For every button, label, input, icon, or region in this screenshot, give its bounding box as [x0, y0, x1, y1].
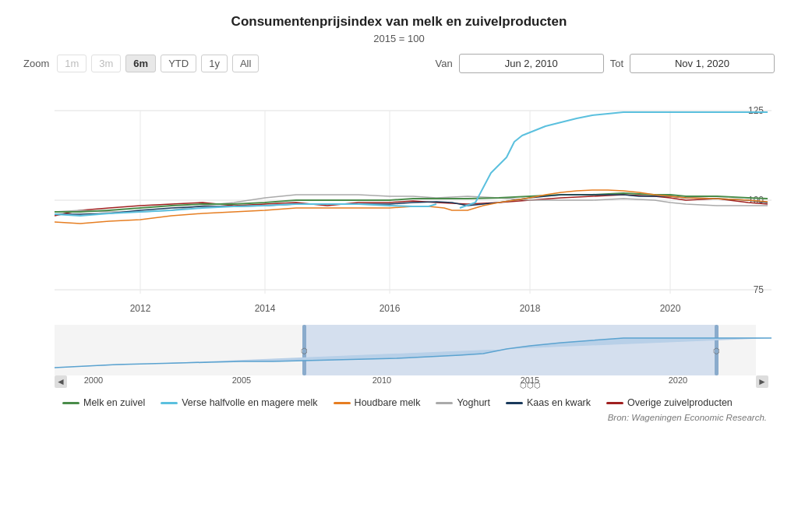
van-label: Van	[435, 58, 452, 69]
legend-label-overige: Overige zuivelproducten	[627, 397, 733, 408]
legend-color-verse-melk	[161, 402, 178, 404]
svg-text:2012: 2012	[130, 303, 151, 314]
legend-kaas-kwark: Kaas en kwark	[506, 397, 591, 408]
svg-text:2016: 2016	[380, 303, 401, 314]
svg-text:125: 125	[748, 105, 764, 116]
legend-yoghurt: Yoghurt	[436, 397, 490, 408]
legend-label-kaas-kwark: Kaas en kwark	[527, 397, 591, 408]
chart-subtitle: 2015 = 100	[16, 33, 782, 44]
main-chart: 125 100 75 2012 2014 2016 2018 2020	[16, 79, 782, 321]
legend-verse-melk: Verse halfvolle en magere melk	[161, 397, 317, 408]
legend-houdbare-melk: Houdbare melk	[334, 397, 421, 408]
svg-text:75: 75	[754, 284, 764, 295]
zoom-1y[interactable]: 1y	[201, 55, 228, 72]
svg-text:2020: 2020	[669, 375, 687, 385]
svg-text:⬡: ⬡	[301, 347, 308, 355]
navigator-svg: ⬡ ⬡ 2000 2005 2010 2015 2020 ◄ ► ⬡⬡⬡	[16, 321, 782, 391]
svg-text:2010: 2010	[373, 375, 391, 385]
svg-text:2014: 2014	[255, 303, 276, 314]
zoom-1m[interactable]: 1m	[57, 55, 87, 72]
zoom-6m[interactable]: 6m	[125, 55, 156, 72]
legend-area: Melk en zuivel Verse halfvolle en magere…	[16, 391, 782, 411]
legend-color-melk-zuivel	[62, 402, 79, 404]
legend-overige: Overige zuivelproducten	[606, 397, 733, 408]
svg-text:◄: ◄	[56, 376, 65, 387]
svg-text:►: ►	[757, 376, 767, 387]
van-input[interactable]	[459, 54, 604, 73]
legend-color-kaas-kwark	[506, 402, 523, 404]
svg-text:⬡: ⬡	[713, 347, 720, 355]
tot-label: Tot	[610, 58, 623, 69]
source-text: Bron: Wageningen Economic Research.	[16, 413, 782, 422]
main-chart-svg: 125 100 75 2012 2014 2016 2018 2020	[16, 79, 782, 321]
legend-color-yoghurt	[436, 402, 453, 404]
svg-text:2005: 2005	[232, 375, 251, 385]
legend-melk-zuivel: Melk en zuivel	[62, 397, 145, 408]
zoom-3m[interactable]: 3m	[91, 55, 121, 72]
zoom-label: Zoom	[23, 58, 49, 69]
legend-color-overige	[606, 402, 623, 404]
legend-label-melk-zuivel: Melk en zuivel	[83, 397, 145, 408]
svg-text:2000: 2000	[84, 375, 103, 385]
navigator-area: ⬡ ⬡ 2000 2005 2010 2015 2020 ◄ ► ⬡⬡⬡	[16, 321, 782, 391]
date-range: Van Tot	[435, 54, 775, 73]
svg-text:2018: 2018	[520, 303, 541, 314]
zoom-ytd[interactable]: YTD	[161, 55, 196, 72]
tot-input[interactable]	[630, 54, 775, 73]
svg-rect-17	[304, 325, 717, 375]
legend-label-verse-melk: Verse halfvolle en magere melk	[182, 397, 317, 408]
chart-title: Consumentenprijsindex van melk en zuivel…	[16, 14, 782, 30]
legend-label-houdbare-melk: Houdbare melk	[355, 397, 421, 408]
svg-text:2020: 2020	[660, 303, 681, 314]
controls-row: Zoom 1m 3m 6m YTD 1y All Van Tot	[16, 54, 782, 73]
zoom-all[interactable]: All	[232, 55, 259, 72]
svg-text:⬡⬡⬡: ⬡⬡⬡	[520, 381, 541, 389]
legend-color-houdbare-melk	[334, 402, 351, 404]
legend-label-yoghurt: Yoghurt	[457, 397, 490, 408]
